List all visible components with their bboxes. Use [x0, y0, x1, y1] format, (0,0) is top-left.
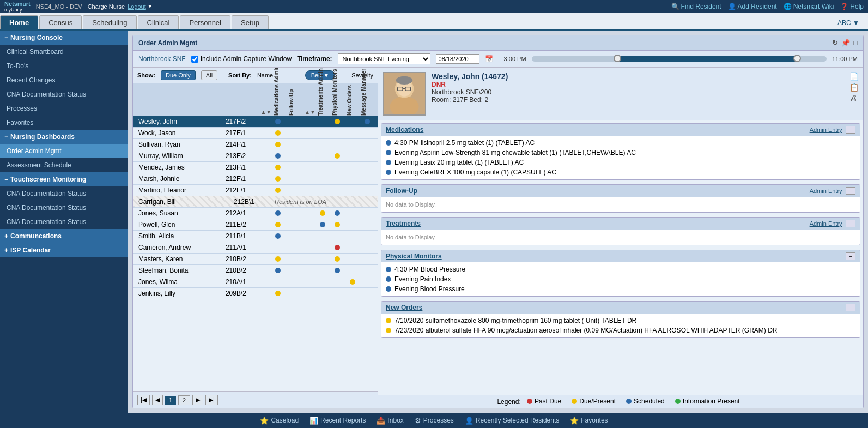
date-input[interactable]	[436, 54, 479, 64]
tab-setup[interactable]: Setup	[232, 15, 269, 29]
add-resident-label: Add Resident	[738, 3, 777, 10]
resident-row-masters-karen[interactable]: Masters, Karen 210B\2	[133, 254, 378, 265]
tab-home[interactable]: Home	[0, 15, 38, 29]
resident-row-sullivan-ryan[interactable]: Sullivan, Ryan 214F\1	[133, 139, 378, 150]
sidebar-nursing-console-header[interactable]: − Nursing Console	[0, 31, 128, 45]
netsmart-wiki-action[interactable]: 🌐 Netsmart Wiki	[784, 3, 834, 10]
communications-label: Communcations	[10, 232, 62, 240]
sidebar-nursing-dashboards-header[interactable]: − Nursing Dashboards	[0, 130, 128, 144]
bottom-caseload[interactable]: ⭐ Caseload	[260, 417, 299, 425]
resident-row-smith-alicia[interactable]: Smith, Alicia 211B\1	[133, 231, 378, 242]
resident-document-icon[interactable]: 📄	[849, 72, 859, 81]
resident-row-jones-wilma[interactable]: Jones, Wilma 210A\1	[133, 276, 378, 288]
col-sort-arrows[interactable]: ▲▼	[258, 108, 274, 116]
add-resident-action[interactable]: 👤 Add Resident	[728, 3, 777, 10]
resident-book-icon[interactable]: 📋	[849, 83, 859, 92]
sidebar-touchscreen-header[interactable]: − Touchscreen Monitoring	[0, 172, 128, 186]
medications-collapse-button[interactable]: −	[846, 126, 855, 134]
page-2-button[interactable]: 2	[178, 395, 190, 405]
medications-admin-entry-link[interactable]: Admin Entry	[810, 126, 842, 133]
resident-name: Powell, Glen	[136, 221, 226, 228]
resident-name: Marsh, Johnie	[136, 175, 226, 183]
maximize-icon[interactable]: □	[853, 39, 858, 47]
resident-row-martino-eleanor[interactable]: Martino, Eleanor 212E\1	[133, 185, 378, 196]
tab-clinical[interactable]: Clinical	[138, 15, 179, 29]
sidebar-item-cna-doc-2[interactable]: CNA Documentation Status	[0, 186, 128, 201]
tab-scheduling[interactable]: Scheduling	[83, 15, 136, 29]
due-only-button[interactable]: Due Only	[161, 70, 196, 80]
followup-admin-entry-link[interactable]: Admin Entry	[810, 188, 842, 194]
logout-dropdown-icon[interactable]: ▼	[148, 4, 153, 9]
sidebar-item-todos[interactable]: To-Do's	[0, 59, 128, 73]
last-page-button[interactable]: ▶|	[205, 395, 218, 405]
followup-collapse-button[interactable]: −	[846, 187, 855, 195]
bottom-recently-selected[interactable]: 👤 Recently Selected Residents	[465, 417, 559, 425]
treatments-admin-entry-link[interactable]: Admin Entry	[810, 220, 842, 227]
treatments-body: No data to Display.	[381, 230, 860, 245]
resident-row-carrigan-bill[interactable]: Carrigan, Bill 212B\1 Resident is on LOA	[133, 196, 378, 208]
tab-personnel[interactable]: Personnel	[180, 15, 230, 29]
followup-title[interactable]: Follow-Up	[386, 187, 417, 195]
medications-section: Medications Admin Entry − 4:30 PM lisino…	[381, 123, 860, 180]
find-resident-action[interactable]: 🔍 Find Resident	[671, 3, 721, 10]
new-orders-title[interactable]: New Orders	[386, 304, 422, 311]
bottom-recent-reports[interactable]: 📊 Recent Reports	[309, 417, 366, 425]
tab-census[interactable]: Census	[39, 15, 82, 29]
help-action[interactable]: ❓ Help	[840, 3, 864, 10]
resident-row-powell-glen[interactable]: Powell, Glen 211E\2	[133, 219, 378, 231]
resident-row-jones-susan[interactable]: Jones, Susan 212A\1	[133, 208, 378, 219]
resident-row-marsh-johnie[interactable]: Marsh, Johnie 212F\1	[133, 173, 378, 185]
sidebar-item-order-admin-mgmt[interactable]: Order Admin Mgmt	[0, 144, 128, 158]
medications-title[interactable]: Medications	[386, 126, 423, 134]
timeframe-select[interactable]: Northbrook SNF Evening	[338, 53, 430, 64]
timeline-track[interactable]	[532, 56, 827, 62]
first-page-button[interactable]: |◀	[137, 395, 150, 405]
resident-row-wock-jason[interactable]: Wock, Jason 217F\1	[133, 128, 378, 139]
sidebar-item-cna-doc-status-1[interactable]: CNA Documentation Status	[0, 87, 128, 101]
sidebar-item-assessment-schedule[interactable]: Assessment Schedule	[0, 158, 128, 172]
refresh-icon[interactable]: ↻	[832, 39, 838, 47]
resident-row-steelman-bonita[interactable]: Steelman, Bonita 210B\2	[133, 265, 378, 276]
resident-no-dot	[345, 279, 360, 285]
resident-med-dot	[270, 268, 285, 273]
resident-printer-icon[interactable]: 🖨	[849, 94, 859, 103]
resident-med-dot	[270, 222, 285, 227]
prev-page-button[interactable]: ◀	[152, 395, 163, 405]
pin-icon[interactable]: 📌	[841, 39, 850, 47]
bottom-processes[interactable]: ⚙ Processes	[415, 417, 454, 425]
legend-info-present: Information Present	[675, 397, 740, 405]
treatments-title[interactable]: Treatments	[386, 220, 421, 227]
sidebar-communications-header[interactable]: + Communcations	[0, 229, 128, 243]
sidebar-isp-header[interactable]: + ISP Calendar	[0, 243, 128, 257]
abc-dropdown[interactable]: ABC ▼	[833, 16, 864, 29]
new-orders-collapse-button[interactable]: −	[846, 304, 855, 311]
sidebar-item-cna-doc-3[interactable]: CNA Documentation Status	[0, 201, 128, 215]
pm-item-3: Evening Blood Pressure	[386, 284, 855, 294]
resident-row-jenkins-lilly[interactable]: Jenkins, Lilly 209B\2	[133, 288, 378, 299]
bottom-inbox[interactable]: 📥 Inbox	[377, 417, 403, 425]
resident-row-cameron-andrew[interactable]: Cameron, Andrew 211A\1	[133, 242, 378, 254]
sidebar-item-processes[interactable]: Processes	[0, 101, 128, 116]
resident-name: Carrigan, Bill	[136, 198, 234, 206]
treatments-collapse-button[interactable]: −	[846, 220, 855, 227]
sidebar-item-clinical-smartboard[interactable]: Clinical Smartboard	[0, 45, 128, 59]
resident-row-wesley-john[interactable]: Wesley, John 217F\2	[133, 116, 378, 128]
col-sort-arrows-2[interactable]: ▲▼	[302, 108, 318, 116]
next-page-button[interactable]: ▶	[192, 395, 203, 405]
physical-monitors-collapse-button[interactable]: −	[846, 252, 855, 260]
logout-link[interactable]: Logout	[128, 3, 146, 10]
sidebar-item-recent-changes[interactable]: Recent Changes	[0, 73, 128, 87]
sidebar-item-cna-doc-4[interactable]: CNA Documentation Status	[0, 215, 128, 229]
include-checkbox[interactable]	[191, 56, 198, 63]
bottom-favorites[interactable]: ⭐ Favorites	[570, 417, 608, 425]
resident-row-murray-william[interactable]: Murray, William 213F\2	[133, 150, 378, 162]
page-1-button[interactable]: 1	[165, 396, 176, 405]
include-admin-capture-check[interactable]: Include Admin Capture Window	[191, 55, 292, 63]
resident-info-header: Wesley, John (14672) DNR Northbrook SNF\…	[378, 68, 863, 120]
physical-monitors-title[interactable]: Physical Monitors	[386, 252, 442, 260]
northbrook-link[interactable]: Northbrook SNF	[138, 55, 186, 63]
calendar-icon[interactable]: 📅	[485, 55, 493, 63]
sidebar-item-favorites[interactable]: Favorites	[0, 116, 128, 130]
all-button[interactable]: All	[201, 70, 217, 80]
resident-row-mendez-james[interactable]: Mendez, James 213F\1	[133, 162, 378, 173]
